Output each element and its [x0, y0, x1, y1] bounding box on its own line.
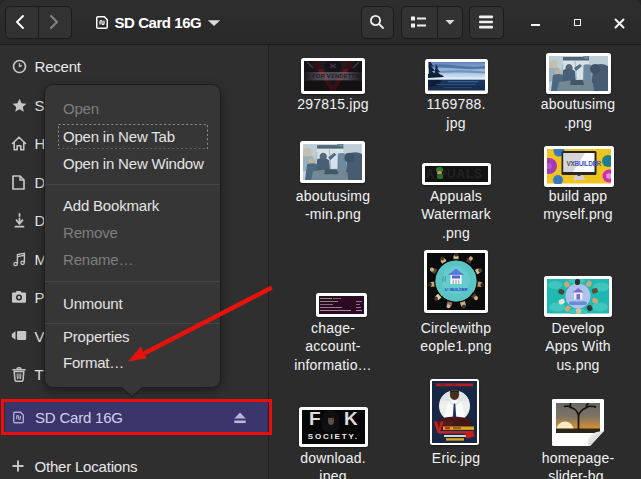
svg-text:VXBUILDER: VXBUILDER: [567, 160, 602, 167]
svg-text:UX BUILDER: UX BUILDER: [445, 287, 468, 292]
svg-text:V FOR VENDETTA: V FOR VENDETTA: [306, 73, 359, 79]
